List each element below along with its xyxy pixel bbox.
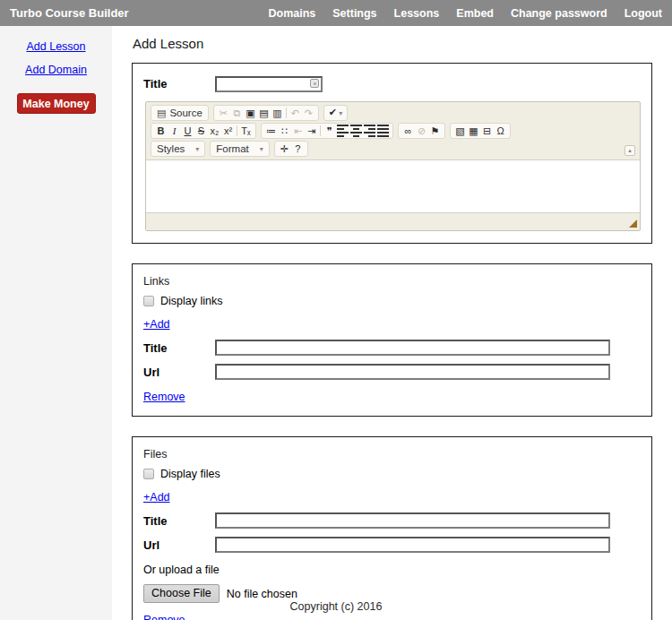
spellcheck-icon[interactable]: ✔ ▾ [327,106,344,120]
files-section: Files Display files +Add Title Url Or up… [132,436,652,620]
main-content: Add Lesson Title ▴ ▤Source✂⧉▣▤▥↶↷✔ ▾BIUS… [112,26,672,620]
nav-change-password[interactable]: Change password [511,7,607,20]
lesson-title-input[interactable] [215,76,323,92]
lesson-title-row: Title [143,75,641,92]
upload-file-label: Or upload a file [143,564,641,576]
anchor-icon[interactable]: ⚑ [428,125,442,138]
subscript-icon[interactable]: x₂ [208,125,221,138]
styles-select[interactable]: Styles▾ [151,141,205,157]
editor-bottom-bar [146,212,640,230]
superscript-icon[interactable]: x² [221,125,235,138]
toolbar-group: ▧▦⊟Ω [450,123,511,139]
link-url-input[interactable] [215,364,610,380]
sidebar-link-add-lesson[interactable]: Add Lesson [26,40,85,53]
align-left-icon[interactable] [336,125,349,138]
links-section: Links Display links +Add Title Url Remov… [132,263,652,417]
numbered-list-icon[interactable]: ≔ [264,125,278,138]
underline-icon[interactable]: U [181,125,194,138]
toolbar-row: ▤Source✂⧉▣▤▥↶↷✔ ▾ [149,104,622,122]
lesson-title-input-wrap [215,75,323,92]
about-icon[interactable]: ? [291,142,305,156]
rich-text-editor: ▴ ▤Source✂⧉▣▤▥↶↷✔ ▾BIUSx₂x²Tₓ≔∷⇤⇥❞∞⊘⚑▧▦⊟… [145,101,641,231]
table-icon[interactable]: ▦ [467,125,480,138]
redo-icon[interactable]: ↷ [302,107,315,120]
toolbar-separator [237,125,237,136]
cut-icon[interactable]: ✂ [217,107,230,120]
page: Turbo Course Builder DomainsSettingsLess… [0,0,672,620]
link-title-label: Title [143,341,215,355]
unlink-icon[interactable]: ⊘ [415,125,428,138]
nav-domains[interactable]: Domains [268,7,315,20]
toolbar-group: ≔∷⇤⇥❞ [261,123,393,139]
chevron-down-icon: ▾ [260,145,263,153]
display-files-checkbox[interactable] [143,469,154,479]
source-button-glyph: ▤ [157,108,166,119]
bold-icon[interactable]: B [154,125,168,138]
link-icon[interactable]: ∞ [401,125,415,138]
top-navigation: DomainsSettingsLessonsEmbedChange passwo… [268,7,662,20]
resize-handle-icon[interactable] [629,220,637,228]
horizontal-rule-icon[interactable]: ⊟ [480,125,494,138]
topbar: Turbo Course Builder DomainsSettingsLess… [0,0,672,26]
lesson-title-label: Title [143,77,215,90]
link-title-input[interactable] [215,340,610,356]
sidebar-link-add-domain[interactable]: Add Domain [25,64,87,76]
copy-icon[interactable]: ⧉ [230,107,244,120]
align-center-icon[interactable] [349,125,363,138]
justify-icon[interactable] [376,125,390,138]
special-char-icon[interactable]: Ω [494,125,507,138]
display-links-row: Display links [143,295,641,307]
link-url-row: Url [143,364,641,380]
copyright-text: Copyright (c) 2016 [290,600,383,613]
format-select[interactable]: Format▾ [210,141,269,157]
italic-icon[interactable]: I [168,125,181,138]
toolbar-row: Styles▾Format▾✛? [149,140,622,158]
collapse-toolbar-button[interactable]: ▴ [625,145,635,156]
link-title-row: Title [143,340,641,356]
toolbar-group: ✛? [274,141,308,157]
indent-icon[interactable]: ⇥ [305,125,318,138]
file-url-label: Url [143,538,215,552]
toolbar-group: BIUSx₂x²Tₓ [151,123,256,139]
nav-logout[interactable]: Logout [625,7,662,20]
toolbar-row: BIUSx₂x²Tₓ≔∷⇤⇥❞∞⊘⚑▧▦⊟Ω [149,122,622,140]
nav-lessons[interactable]: Lessons [394,7,440,20]
links-add-link[interactable]: +Add [143,318,170,331]
nav-settings[interactable]: Settings [332,7,376,20]
files-remove-link[interactable]: Remove [143,614,185,620]
bulleted-list-icon[interactable]: ∷ [278,125,291,138]
format-select-label: Format [216,143,248,154]
paste-as-text-icon[interactable]: ▤ [257,107,271,120]
undo-icon[interactable]: ↶ [289,107,302,120]
align-right-icon[interactable] [363,125,376,138]
display-links-checkbox[interactable] [143,296,154,306]
maximize-icon[interactable]: ✛ [278,142,291,156]
chevron-down-icon: ▾ [337,109,342,117]
page-title: Add Lesson [133,36,652,51]
sidebar-link-row: Add Lesson [0,38,112,55]
blockquote-icon[interactable]: ❞ [323,125,336,138]
make-money-button[interactable]: Make Money [17,93,96,114]
strikethrough-icon[interactable]: S [194,125,208,138]
source-button[interactable]: ▤Source [151,105,209,121]
file-url-input[interactable] [215,537,610,553]
files-add-link[interactable]: +Add [143,491,170,504]
paste-icon[interactable]: ▣ [244,107,257,120]
remove-format-icon[interactable]: Tₓ [239,125,253,138]
chevron-down-icon: ▾ [195,145,199,153]
display-files-label: Display files [160,468,220,480]
autofill-icon[interactable] [310,79,319,88]
image-icon[interactable]: ▧ [453,125,467,138]
styles-select-label: Styles [157,143,185,154]
toolbar-separator [320,125,321,136]
lesson-box: Title ▴ ▤Source✂⧉▣▤▥↶↷✔ ▾BIUSx₂x²Tₓ≔∷⇤⇥❞… [132,63,652,244]
editor-content-area[interactable] [146,160,640,212]
paste-from-word-icon[interactable]: ▥ [271,107,284,120]
links-heading: Links [143,275,641,288]
outdent-icon[interactable]: ⇤ [291,125,305,138]
nav-embed[interactable]: Embed [456,7,494,20]
display-files-row: Display files [143,468,641,480]
links-remove-link[interactable]: Remove [143,391,185,403]
file-url-row: Url [143,537,641,553]
file-title-input[interactable] [215,512,610,529]
